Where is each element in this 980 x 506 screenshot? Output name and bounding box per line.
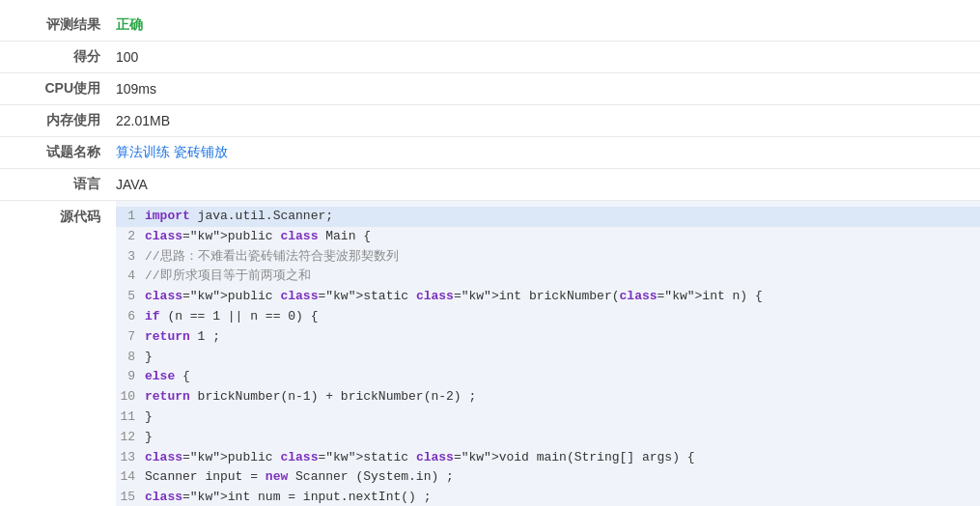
info-row: CPU使用109ms bbox=[0, 73, 980, 105]
line-content: } bbox=[145, 348, 980, 368]
line-number: 1 bbox=[116, 207, 145, 227]
line-content: class="kw">public class="kw">static clas… bbox=[145, 448, 980, 468]
info-row: 得分100 bbox=[0, 42, 980, 73]
main-container: 评测结果正确得分100CPU使用109ms内存使用22.01MB试题名称算法训练… bbox=[0, 0, 980, 506]
code-line: 3//思路：不难看出瓷砖铺法符合斐波那契数列 bbox=[116, 247, 980, 267]
info-row: 语言JAVA bbox=[0, 169, 980, 201]
line-number: 7 bbox=[116, 327, 145, 348]
line-number: 12 bbox=[116, 428, 145, 448]
line-number: 9 bbox=[116, 367, 145, 387]
line-number: 11 bbox=[116, 408, 145, 428]
line-number: 13 bbox=[116, 448, 145, 468]
code-line: 11} bbox=[116, 408, 980, 428]
info-row-label: 评测结果 bbox=[0, 16, 116, 34]
code-line: 13class="kw">public class="kw">static cl… bbox=[116, 448, 980, 468]
code-line: 7return 1 ; bbox=[116, 327, 980, 348]
info-row: 评测结果正确 bbox=[0, 10, 980, 42]
code-line: 2class="kw">public class Main { bbox=[116, 227, 980, 247]
info-row-value[interactable]: 算法训练 瓷砖铺放 bbox=[116, 144, 228, 161]
info-row: 内存使用22.01MB bbox=[0, 105, 980, 137]
line-content: class="kw">public class Main { bbox=[145, 227, 980, 247]
code-section: 源代码 1import java.util.Scanner;2class="kw… bbox=[0, 201, 980, 506]
line-content: else { bbox=[145, 367, 980, 387]
info-row-label: 得分 bbox=[0, 48, 116, 66]
info-row-value: 100 bbox=[116, 49, 138, 65]
line-content: class="kw">int num = input.nextInt() ; bbox=[145, 488, 980, 506]
info-row: 试题名称算法训练 瓷砖铺放 bbox=[0, 137, 980, 169]
code-line: 6if (n == 1 || n == 0) { bbox=[116, 307, 980, 327]
line-content: //即所求项目等于前两项之和 bbox=[145, 267, 980, 287]
info-row-value: JAVA bbox=[116, 177, 148, 192]
info-row-label: CPU使用 bbox=[0, 80, 116, 98]
line-number: 2 bbox=[116, 227, 145, 247]
line-content: //思路：不难看出瓷砖铺法符合斐波那契数列 bbox=[145, 247, 980, 267]
line-number: 15 bbox=[116, 488, 145, 506]
code-line: 1import java.util.Scanner; bbox=[116, 207, 980, 227]
line-number: 14 bbox=[116, 467, 145, 488]
line-content: return 1 ; bbox=[145, 327, 980, 348]
info-row-value: 正确 bbox=[116, 16, 143, 34]
code-line: 9else { bbox=[116, 367, 980, 387]
code-line: 12} bbox=[116, 428, 980, 448]
code-line: 15class="kw">int num = input.nextInt() ; bbox=[116, 488, 980, 506]
code-line: 14Scanner input = new Scanner (System.in… bbox=[116, 467, 980, 488]
line-content: class="kw">public class="kw">static clas… bbox=[145, 287, 980, 307]
info-row-label: 试题名称 bbox=[0, 144, 116, 161]
line-number: 4 bbox=[116, 267, 145, 287]
line-content: if (n == 1 || n == 0) { bbox=[145, 307, 980, 327]
code-line: 8} bbox=[116, 348, 980, 368]
line-number: 6 bbox=[116, 307, 145, 327]
line-number: 8 bbox=[116, 348, 145, 368]
line-number: 5 bbox=[116, 287, 145, 307]
line-content: Scanner input = new Scanner (System.in) … bbox=[145, 467, 980, 488]
line-content: } bbox=[145, 428, 980, 448]
info-row-label: 语言 bbox=[0, 176, 116, 193]
info-row-value: 109ms bbox=[116, 81, 156, 97]
code-label: 源代码 bbox=[0, 201, 116, 226]
line-content: import java.util.Scanner; bbox=[145, 207, 980, 227]
line-content: return brickNumber(n-1) + brickNumber(n-… bbox=[145, 387, 980, 408]
code-block: 1import java.util.Scanner;2class="kw">pu… bbox=[116, 201, 980, 506]
code-line: 10return brickNumber(n-1) + brickNumber(… bbox=[116, 387, 980, 408]
code-line: 5class="kw">public class="kw">static cla… bbox=[116, 287, 980, 307]
info-row-value: 22.01MB bbox=[116, 113, 170, 128]
code-line: 4//即所求项目等于前两项之和 bbox=[116, 267, 980, 287]
line-number: 10 bbox=[116, 387, 145, 408]
info-row-label: 内存使用 bbox=[0, 112, 116, 129]
line-content: } bbox=[145, 408, 980, 428]
line-number: 3 bbox=[116, 247, 145, 267]
